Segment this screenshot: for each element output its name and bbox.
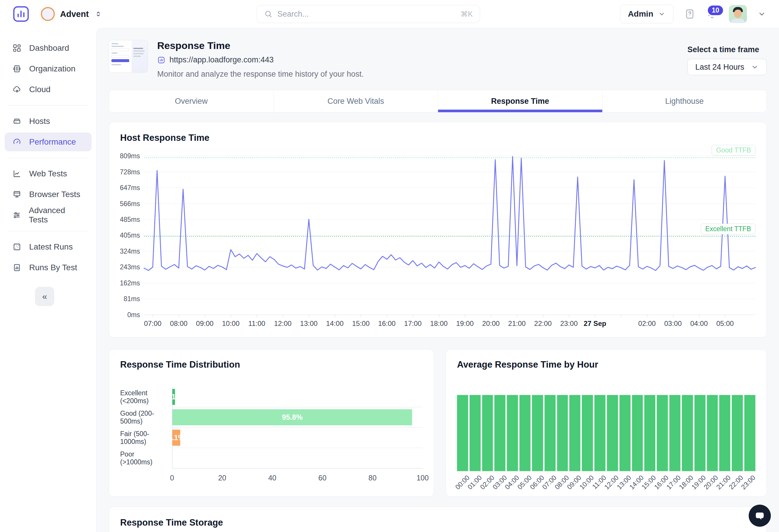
- x-tick-mark: [439, 315, 439, 318]
- notification-badge: 10: [707, 4, 724, 16]
- sidebar-collapse-button[interactable]: «: [35, 287, 54, 306]
- x-tick-label: 11:00: [248, 320, 265, 328]
- distribution-x-tick: 60: [318, 474, 326, 482]
- sidebar-item-runs-by-test[interactable]: Runs By Test: [5, 258, 92, 277]
- admin-menu-button[interactable]: Admin: [620, 5, 673, 23]
- line-chart-title: Host Response Time: [120, 133, 756, 143]
- help-button[interactable]: [684, 8, 696, 20]
- hourly-x-tick-label: 07:00: [541, 474, 558, 491]
- sidebar-item-web-tests[interactable]: Web Tests: [5, 164, 92, 183]
- y-tick-label: 809ms: [120, 152, 140, 160]
- sidebar-item-performance[interactable]: Performance: [5, 133, 92, 151]
- x-tick-mark: [491, 315, 491, 318]
- distribution-x-tick: 20: [218, 474, 226, 482]
- tab-response-time[interactable]: Response Time: [438, 90, 602, 112]
- distribution-track: 95.8%: [172, 407, 423, 427]
- distribution-category-label: Good (200-500ms): [120, 407, 172, 427]
- hourly-bar-09:00: [569, 395, 580, 471]
- tab-core-web-vitals[interactable]: Core Web Vitals: [274, 90, 438, 112]
- hourly-bar-03:00: [494, 395, 505, 471]
- y-tick-label: 647ms: [120, 184, 140, 192]
- sidebar-item-dashboard[interactable]: Dashboard: [5, 39, 92, 57]
- timeframe-select[interactable]: Last 24 Hours: [687, 59, 767, 75]
- tab-lighthouse[interactable]: Lighthouse: [602, 90, 767, 112]
- hourly-x-tick-label: 01:00: [466, 474, 484, 491]
- main-content: Response Time https://app.loadforge.com:…: [96, 28, 779, 532]
- x-tick-label: 16:00: [378, 320, 396, 328]
- tab-overview[interactable]: Overview: [109, 90, 274, 112]
- line-chart-canvas: Good TTFBExcellent TTFB: [144, 156, 756, 315]
- x-tick-label: 19:00: [456, 320, 474, 328]
- sidebar-item-cloud[interactable]: Cloud: [5, 80, 92, 99]
- hourly-bar-12:00: [607, 395, 618, 471]
- sidebar-item-browser-tests[interactable]: Browser Tests: [5, 185, 92, 204]
- x-tick-mark: [361, 315, 361, 318]
- avatar-face: [734, 10, 742, 18]
- response-time-storage-card: Response Time Storage: [109, 507, 767, 532]
- x-tick-mark: [179, 315, 179, 318]
- x-tick-label: 07:00: [144, 320, 162, 328]
- org-switcher[interactable]: Advent: [41, 7, 103, 21]
- hourly-x-tick-label: 03:00: [491, 474, 508, 491]
- hourly-x-tick-label: 17:00: [665, 474, 682, 491]
- search-input[interactable]: [277, 10, 456, 19]
- distribution-row-1: Excellent (<200ms)1.1%: [120, 387, 423, 407]
- distribution-track: 3.1%: [172, 427, 423, 448]
- hourly-bar-05:00: [520, 395, 531, 471]
- web-tests-icon: [12, 169, 21, 179]
- latest-runs-icon: [12, 242, 21, 252]
- runs-by-test-icon: [12, 263, 21, 272]
- sidebar-item-label: Organization: [29, 64, 75, 73]
- hourly-bar-21:00: [719, 395, 730, 471]
- host-url-link[interactable]: https://app.loadforge.com:443: [157, 55, 364, 64]
- sidebar-item-advanced-tests[interactable]: Advanced Tests: [5, 206, 92, 224]
- hourly-bar-14:00: [632, 395, 643, 471]
- x-tick-label: 08:00: [170, 320, 187, 328]
- hourly-bar-17:00: [669, 395, 680, 471]
- sidebar-item-organization[interactable]: Organization: [5, 60, 92, 78]
- hourly-x-tick-label: 00:00: [454, 474, 471, 491]
- chevron-down-icon: [751, 63, 759, 71]
- line-chart-plot-area: Good TTFBExcellent TTFB 07:0008:0009:001…: [144, 156, 756, 331]
- sidebar-item-hosts[interactable]: Hosts: [5, 112, 92, 131]
- distribution-row-3: Fair (500-1000ms)3.1%: [120, 427, 423, 448]
- x-tick-label: 10:00: [222, 320, 239, 328]
- x-tick-mark: [621, 315, 621, 318]
- hourly-x-tick-label: 08:00: [553, 474, 571, 491]
- hourly-bar-06:00: [532, 395, 543, 471]
- app-logo[interactable]: [12, 5, 30, 23]
- avatar-body: [731, 19, 744, 23]
- distribution-track: [172, 448, 423, 468]
- x-tick-mark: [387, 315, 387, 318]
- sidebar-item-latest-runs[interactable]: Latest Runs: [5, 238, 92, 256]
- line-chart-y-axis: 0ms81ms162ms243ms324ms405ms485ms566ms647…: [120, 156, 144, 315]
- chat-widget-button[interactable]: [749, 505, 771, 527]
- chat-bubble-icon: [754, 510, 766, 522]
- sidebar-item-label: Browser Tests: [29, 190, 80, 199]
- y-tick-label: 566ms: [120, 200, 140, 208]
- y-tick-label: 485ms: [120, 216, 140, 223]
- distribution-x-tick: 40: [268, 474, 277, 482]
- hourly-x-tick-label: 13:00: [615, 474, 633, 491]
- notifications-button[interactable]: 10: [706, 8, 718, 20]
- hourly-x-tick-label: 10:00: [578, 474, 596, 491]
- timeframe-box: Select a time frame Last 24 Hours: [687, 40, 767, 75]
- hourly-x-tick-label: 23:00: [740, 474, 757, 491]
- hosts-icon: [12, 117, 21, 126]
- app-root: Advent ⌘K Admin: [0, 0, 779, 532]
- distribution-x-tick: 100: [416, 474, 429, 482]
- org-avatar: [41, 7, 55, 21]
- user-menu-chevron[interactable]: [758, 10, 766, 18]
- line-chart-x-axis: 07:0008:0009:0010:0011:0012:0013:0014:00…: [144, 315, 756, 331]
- hourly-bar-22:00: [732, 395, 743, 471]
- y-tick-label: 243ms: [120, 263, 140, 271]
- storage-title: Response Time Storage: [120, 517, 756, 528]
- timeframe-label: Select a time frame: [687, 45, 767, 54]
- hourly-x-tick-label: 20:00: [702, 474, 720, 491]
- host-preview-thumbnail: [109, 40, 148, 73]
- user-avatar[interactable]: [729, 5, 747, 23]
- x-tick-mark: [647, 315, 647, 318]
- tab-bar: OverviewCore Web VitalsResponse TimeLigh…: [109, 90, 767, 113]
- x-tick-mark: [309, 315, 309, 318]
- x-tick-mark: [335, 315, 335, 318]
